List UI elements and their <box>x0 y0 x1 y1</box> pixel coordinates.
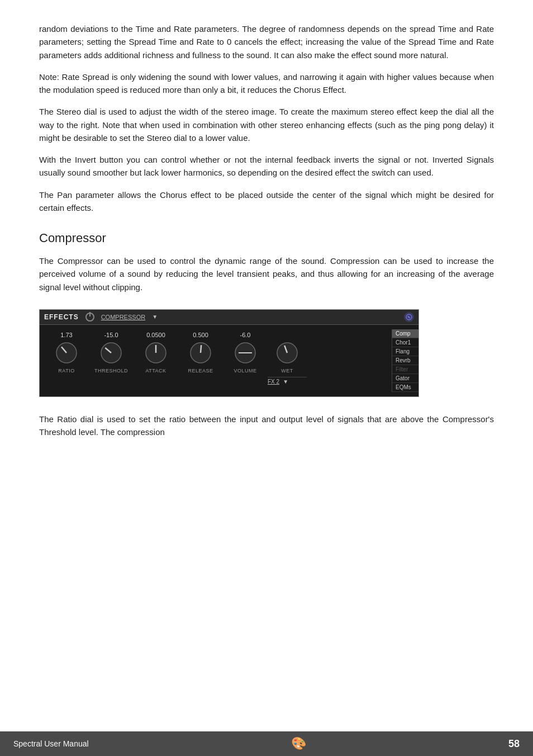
knob-volume: -6.0 VOLUME <box>223 332 268 374</box>
ratio-value: 1.73 <box>60 332 72 338</box>
volume-knob-visual[interactable] <box>233 341 258 365</box>
ratio-label: RATIO <box>58 368 74 374</box>
paragraph-3: The Stereo dial is used to adjust the wi… <box>39 105 494 144</box>
paragraph-4: With the Invert button you can control w… <box>39 153 494 179</box>
knob-ratio: 1.73 RATIO <box>44 332 89 374</box>
power-icon[interactable] <box>85 313 94 322</box>
fx2-dropdown[interactable]: ▼ <box>283 379 288 385</box>
fx-btn-comp[interactable]: Comp <box>392 329 418 338</box>
fx-btn-flang[interactable]: Flang <box>392 347 418 356</box>
threshold-label: THRESHOLD <box>94 368 128 374</box>
knob-wet: WET FX 2 ▼ <box>268 332 307 386</box>
fx-btn-filter[interactable]: Filter <box>392 365 418 374</box>
page-footer: Spectral User Manual 🎨 58 <box>0 731 533 756</box>
fx-btn-eqms[interactable]: EQMs <box>392 383 418 392</box>
closing-paragraph: The Ratio dial is used to set the ratio … <box>39 413 494 439</box>
fx-btn-revrb[interactable]: Revrb <box>392 356 418 365</box>
paragraph-2: Note: Rate Spread is only widening the s… <box>39 70 494 97</box>
footer-title: Spectral User Manual <box>13 739 89 748</box>
footer-logo: 🎨 <box>291 736 306 751</box>
paragraph-5: The Pan parameter allows the Chorus effe… <box>39 188 494 215</box>
release-value: 0.500 <box>193 332 208 338</box>
effects-title: EFFECTS <box>44 313 79 321</box>
volume-value: -6.0 <box>240 332 251 338</box>
effects-sidebar: Comp Chor1 Flang Revrb Filter Gator <box>392 329 418 392</box>
release-knob-visual[interactable] <box>188 341 213 365</box>
fx-footer: FX 2 ▼ <box>268 377 307 386</box>
svg-text:✎: ✎ <box>407 315 411 319</box>
paragraph-1: random deviations to the Time and Rate p… <box>39 22 494 62</box>
attack-value: 0.0500 <box>146 332 165 338</box>
svg-line-9 <box>201 345 201 353</box>
threshold-value: -15.0 <box>104 332 118 338</box>
compressor-label[interactable]: COMPRESSOR <box>101 314 145 320</box>
body-paragraph: The Compressor can be used to control th… <box>39 254 494 294</box>
ratio-knob-visual[interactable] <box>54 341 79 365</box>
effects-body: 1.73 RATIO -15.0 <box>40 325 418 396</box>
effects-header: EFFECTS COMPRESSOR ▼ ✎ <box>40 310 418 325</box>
edit-icon[interactable]: ✎ <box>404 312 414 322</box>
dropdown-arrow[interactable]: ▼ <box>152 314 158 320</box>
attack-label: ATTACK <box>145 368 166 374</box>
knob-release: 0.500 RELEASE <box>178 332 223 374</box>
page-content: random deviations to the Time and Rate p… <box>0 0 533 492</box>
fx2-label[interactable]: FX 2 <box>268 379 279 385</box>
fx-btn-chor1[interactable]: Chor1 <box>392 338 418 347</box>
effects-knobs: 1.73 RATIO -15.0 <box>40 329 392 392</box>
effects-panel: EFFECTS COMPRESSOR ▼ ✎ 1.73 <box>39 309 419 397</box>
wet-knob-visual[interactable] <box>275 341 299 365</box>
knob-threshold: -15.0 THRESHOLD <box>89 332 134 374</box>
release-label: RELEASE <box>188 368 213 374</box>
attack-knob-visual[interactable] <box>144 341 168 365</box>
wet-label: WET <box>281 368 293 374</box>
wet-value <box>286 332 288 338</box>
section-heading: Compressor <box>39 231 494 245</box>
knob-attack: 0.0500 ATTACK <box>134 332 178 374</box>
footer-page-number: 58 <box>508 738 520 750</box>
threshold-knob-visual[interactable] <box>99 341 123 365</box>
fx-btn-gator[interactable]: Gator <box>392 374 418 383</box>
volume-label: VOLUME <box>234 368 256 374</box>
